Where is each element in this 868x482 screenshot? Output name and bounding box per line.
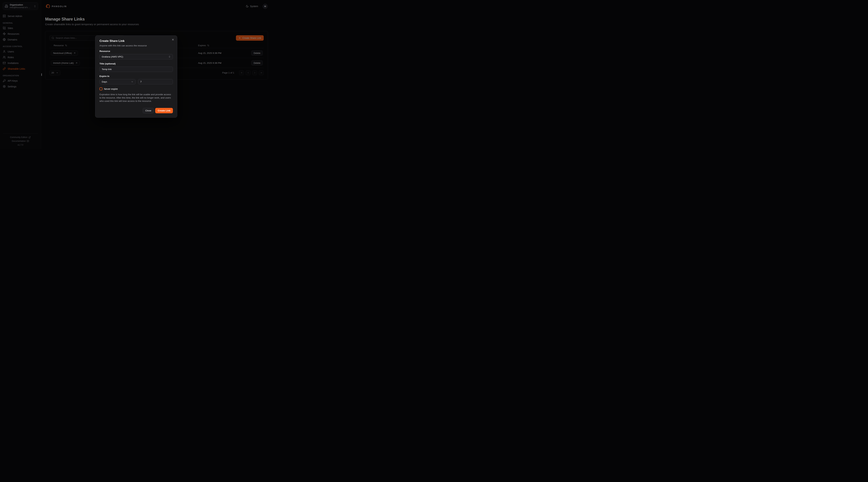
- never-expire-label: Never expire: [104, 88, 118, 90]
- create-share-link-modal: Create Share Link Anyone with this link …: [95, 35, 177, 118]
- expire-row: Days: [99, 78, 173, 84]
- expire-field-label: Expire In: [99, 75, 173, 78]
- close-icon[interactable]: [172, 38, 174, 41]
- expiration-description: Expiration time is how long the link wil…: [99, 93, 173, 103]
- title-input[interactable]: [99, 66, 173, 72]
- expire-unit-select[interactable]: Days: [99, 79, 135, 84]
- modal-actions: Close Create Link: [99, 108, 173, 113]
- expire-value-input[interactable]: [138, 79, 173, 84]
- resource-select[interactable]: Grafana (AWS VPC): [99, 54, 173, 59]
- close-button[interactable]: Close: [143, 108, 154, 113]
- modal-title: Create Share Link: [99, 39, 173, 43]
- modal-subtitle: Anyone with this link can access the res…: [99, 44, 173, 47]
- resource-field-label: Resource: [99, 50, 173, 53]
- never-expire-checkbox[interactable]: [99, 87, 102, 90]
- chevron-down-icon: [131, 81, 133, 83]
- chevrons-up-down-icon: [168, 56, 170, 58]
- create-link-button[interactable]: Create Link: [155, 108, 173, 113]
- expire-unit-value: Days: [102, 81, 107, 83]
- never-expire-row: Never expire: [99, 87, 173, 90]
- title-field-label: Title (optional): [99, 62, 173, 65]
- resource-select-value: Grafana (AWS VPC): [102, 55, 123, 58]
